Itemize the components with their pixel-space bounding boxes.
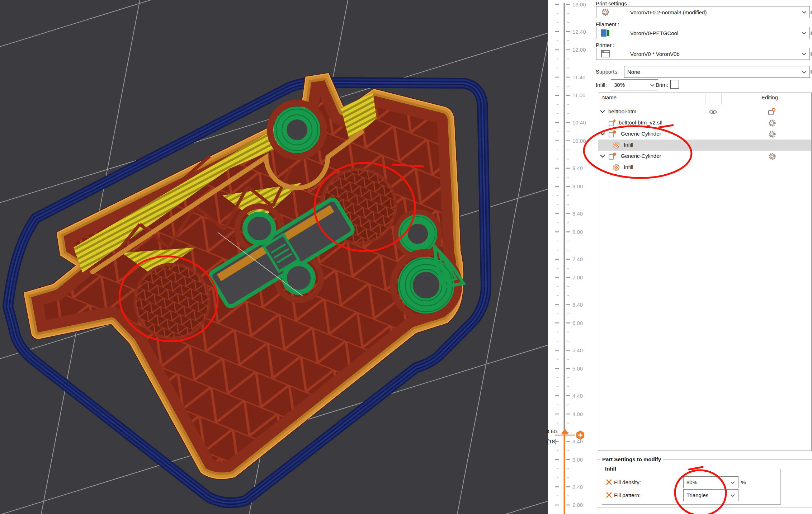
print-settings-label: Print settings :: [596, 0, 630, 6]
print-settings-gear-icon: [601, 8, 610, 17]
brim-label: Brim:: [656, 82, 668, 88]
infill-value: 30%: [614, 82, 625, 88]
svg-text:10.40: 10.40: [572, 119, 586, 126]
tree-header-editing: Editing: [761, 94, 778, 100]
gear-icon[interactable]: [768, 130, 776, 138]
part-plus-icon: [608, 119, 617, 127]
printer-combo[interactable]: VoronV0 * VoronV0b: [596, 48, 810, 60]
printer-value: VoronV0 * VoronV0b: [630, 51, 680, 57]
svg-text:4.40: 4.40: [572, 393, 583, 399]
chevron-down-icon: [802, 53, 806, 55]
fill-density-value: 80%: [686, 479, 697, 485]
svg-text:12.40: 12.40: [572, 29, 586, 35]
svg-text:9.40: 9.40: [572, 165, 583, 171]
fill-density-label: Fill density:: [614, 479, 641, 485]
chevron-down-icon: [802, 71, 806, 74]
expander-chevron-icon[interactable]: [600, 132, 605, 136]
fill-density-suffix: %: [741, 479, 746, 485]
layer-slider-current-layer: (18): [538, 438, 557, 444]
svg-text:9.00: 9.00: [572, 183, 583, 189]
svg-text:6.40: 6.40: [572, 302, 583, 308]
svg-text:12.00: 12.00: [572, 47, 586, 53]
svg-text:11.00: 11.00: [572, 92, 585, 98]
modifier-dot-icon: [608, 130, 617, 138]
layer-slider-track-upper[interactable]: [564, 3, 565, 432]
part-settings-title: Part Settings to modify: [600, 456, 663, 462]
svg-text:5.40: 5.40: [572, 347, 583, 353]
svg-text:2.40: 2.40: [572, 484, 583, 490]
tree-row-generic-cylinder-2[interactable]: Generic-Cylinder: [598, 151, 811, 162]
fill-pattern-value: Triangles: [686, 492, 708, 498]
chevron-down-icon: [650, 84, 655, 86]
tree-column-separator: [721, 93, 722, 104]
tree-row-label: Infill: [624, 164, 633, 170]
layer-slider-track-lower[interactable]: [564, 432, 565, 514]
object-settings-icon[interactable]: [768, 108, 776, 116]
tree-header-name: Name: [602, 94, 617, 100]
svg-text:2.00: 2.00: [572, 502, 583, 508]
tree-row-infill-1-selected[interactable]: Infill: [598, 140, 811, 151]
printer-label: Printer :: [596, 42, 615, 48]
brim-checkbox[interactable]: [670, 80, 679, 89]
layer-slider-current-value: 3.60: [538, 428, 557, 434]
svg-text:8.00: 8.00: [572, 229, 583, 235]
tree-row-label: Generic-Cylinder: [621, 153, 661, 159]
prusaslicer-window: { "right_panel": { "print_settings_label…: [0, 0, 812, 514]
filament-label: Filament :: [596, 21, 619, 27]
expander-chevron-icon[interactable]: [600, 155, 605, 158]
chevron-down-icon: [802, 32, 806, 34]
eye-icon[interactable]: [709, 108, 717, 116]
infill-sphere-icon: [612, 163, 620, 172]
modifier-infill-patch-left: [135, 264, 209, 338]
svg-text:6.00: 6.00: [572, 320, 583, 326]
svg-text:11.40: 11.40: [572, 74, 585, 80]
chevron-down-icon: [731, 481, 735, 484]
tree-row-label: belttool-btm_v2.stl: [619, 119, 662, 126]
tree-row-infill-2[interactable]: Infill: [598, 162, 811, 173]
infill-label: Infill:: [596, 82, 607, 88]
tree-row-stl-part[interactable]: belttool-btm_v2.stl: [598, 117, 811, 128]
cutoff-button-mark: [811, 32, 812, 35]
infill-group-title: Infill: [603, 466, 618, 472]
modifier-dot-icon: [608, 152, 617, 161]
svg-text:8.40: 8.40: [572, 211, 583, 217]
printer-icon: [601, 49, 611, 58]
layer-slider[interactable]: 13.0012.4012.0011.4011.0010.4010.009.409…: [548, 0, 597, 514]
svg-text:10.00: 10.00: [572, 138, 586, 144]
expander-chevron-icon[interactable]: [600, 110, 605, 113]
svg-text:4.00: 4.00: [572, 411, 583, 417]
tree-row-label: Infill: [624, 142, 633, 148]
remove-setting-icon[interactable]: [606, 492, 612, 498]
svg-text:5.00: 5.00: [572, 366, 583, 372]
chevron-down-icon: [731, 494, 735, 497]
infill-combo[interactable]: 30%: [611, 79, 658, 90]
infill-sphere-icon: [612, 141, 620, 150]
print-settings-combo[interactable]: VoronV0-0.2-normal3 (modified): [596, 6, 810, 18]
supports-value: None: [627, 69, 640, 75]
remove-setting-icon[interactable]: [606, 479, 612, 485]
supports-label: Supports:: [596, 69, 619, 75]
filament-color-icon: [601, 29, 610, 37]
chevron-down-icon: [802, 11, 806, 14]
svg-text:7.40: 7.40: [572, 256, 583, 262]
svg-text:13.00: 13.00: [572, 1, 586, 8]
gear-icon[interactable]: [768, 119, 776, 127]
tree-row-generic-cylinder-1[interactable]: Generic-Cylinder: [598, 128, 811, 140]
object-tree: Name Editing belttool-btm belttool-btm_v…: [598, 93, 812, 451]
tree-row-label: belttool-btm: [608, 108, 636, 114]
tree-column-separator: [705, 93, 705, 104]
gear-icon[interactable]: [768, 152, 776, 161]
supports-combo[interactable]: None: [624, 66, 810, 78]
tree-row-belttool-btm[interactable]: belttool-btm: [598, 106, 811, 117]
svg-text:3.00: 3.00: [572, 457, 583, 463]
filament-combo[interactable]: VoronV0-PETGCool: [596, 27, 810, 39]
cutoff-button-mark: [811, 70, 812, 74]
fill-density-combo[interactable]: 80%: [683, 476, 738, 488]
filament-value: VoronV0-PETGCool: [630, 30, 678, 36]
layer-slider-handle[interactable]: [561, 429, 569, 434]
fill-pattern-combo[interactable]: Triangles: [683, 489, 738, 501]
3d-viewport[interactable]: [0, 0, 548, 514]
cutoff-button-mark: [811, 52, 812, 56]
print-settings-value: VoronV0-0.2-normal3 (modified): [630, 9, 707, 15]
fill-pattern-label: Fill pattern:: [614, 492, 641, 498]
